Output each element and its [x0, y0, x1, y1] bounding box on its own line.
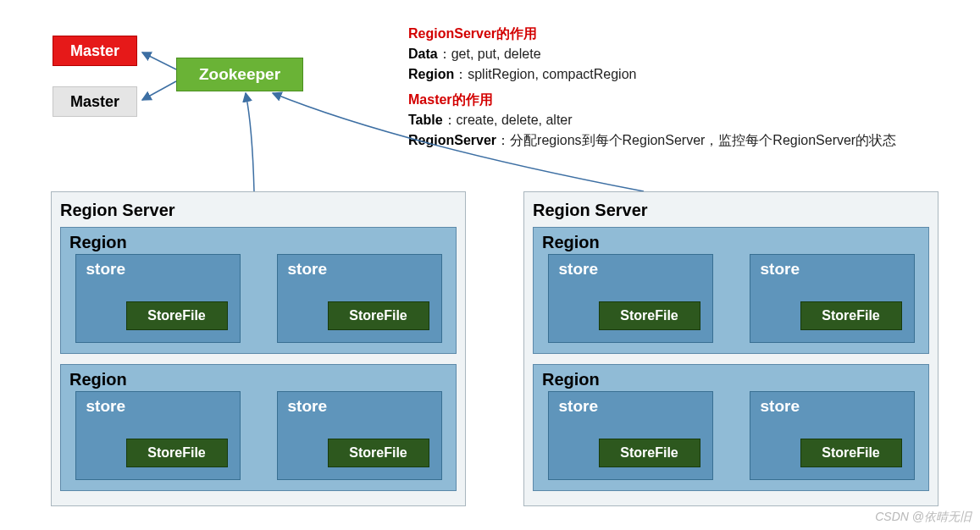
- store-box: store StoreFile: [750, 391, 915, 480]
- store-box: store StoreFile: [548, 391, 713, 480]
- storefile-box: StoreFile: [800, 301, 902, 330]
- master-active-label: Master: [70, 42, 119, 60]
- svg-line-1: [142, 81, 176, 100]
- store-title: store: [76, 392, 240, 416]
- region-title: Region: [542, 370, 920, 389]
- store-box: store StoreFile: [75, 391, 241, 480]
- storefile-box: StoreFile: [126, 301, 228, 330]
- storefile-box: StoreFile: [126, 439, 228, 467]
- store-title: store: [278, 255, 441, 279]
- zookeeper-box: Zookeeper: [176, 58, 303, 91]
- zookeeper-label: Zookeeper: [199, 65, 280, 84]
- store-title: store: [750, 392, 914, 416]
- store-box: store StoreFile: [277, 254, 442, 343]
- store-box: store StoreFile: [750, 254, 915, 343]
- region-server-title: Region Server: [533, 201, 929, 220]
- region-box: Region store StoreFile store StoreFile: [533, 364, 929, 491]
- storefile-box: StoreFile: [328, 439, 429, 467]
- region-server-2: Region Server Region store StoreFile sto…: [523, 191, 938, 506]
- master-role-table-line: Table：create, delete, alter: [408, 110, 896, 130]
- rs-role-region-line: Region：splitRegion, compactRegion: [408, 64, 896, 85]
- region-title: Region: [69, 370, 447, 389]
- store-title: store: [278, 392, 441, 416]
- rs-role-heading: RegionServer的作用: [408, 24, 896, 44]
- region-box: Region store StoreFile store StoreFile: [533, 227, 929, 354]
- watermark: CSDN @依晴无旧: [875, 510, 972, 525]
- store-box: store StoreFile: [548, 254, 713, 343]
- store-title: store: [76, 255, 240, 279]
- store-title: store: [549, 255, 712, 279]
- store-title: store: [750, 255, 914, 279]
- master-role-heading: Master的作用: [408, 90, 896, 110]
- storefile-box: StoreFile: [328, 301, 429, 330]
- rs-role-data-line: Data：get, put, delete: [408, 44, 896, 64]
- store-box: store StoreFile: [75, 254, 241, 343]
- svg-line-0: [142, 52, 176, 69]
- region-title: Region: [542, 233, 920, 252]
- description-block: RegionServer的作用 Data：get, put, delete Re…: [408, 24, 896, 151]
- storefile-box: StoreFile: [599, 301, 700, 330]
- storefile-box: StoreFile: [800, 439, 902, 467]
- region-server-1: Region Server Region store StoreFile sto…: [51, 191, 466, 506]
- master-standby: Master: [53, 86, 137, 117]
- region-title: Region: [69, 233, 447, 252]
- region-box: Region store StoreFile store StoreFile: [60, 227, 457, 354]
- region-server-title: Region Server: [60, 201, 457, 220]
- master-active: Master: [53, 36, 137, 66]
- store-title: store: [549, 392, 712, 416]
- master-standby-label: Master: [70, 93, 119, 111]
- store-box: store StoreFile: [277, 391, 442, 480]
- master-role-rs-line: RegionServer：分配regions到每个RegionServer，监控…: [408, 130, 896, 151]
- storefile-box: StoreFile: [599, 439, 700, 467]
- region-box: Region store StoreFile store StoreFile: [60, 364, 457, 491]
